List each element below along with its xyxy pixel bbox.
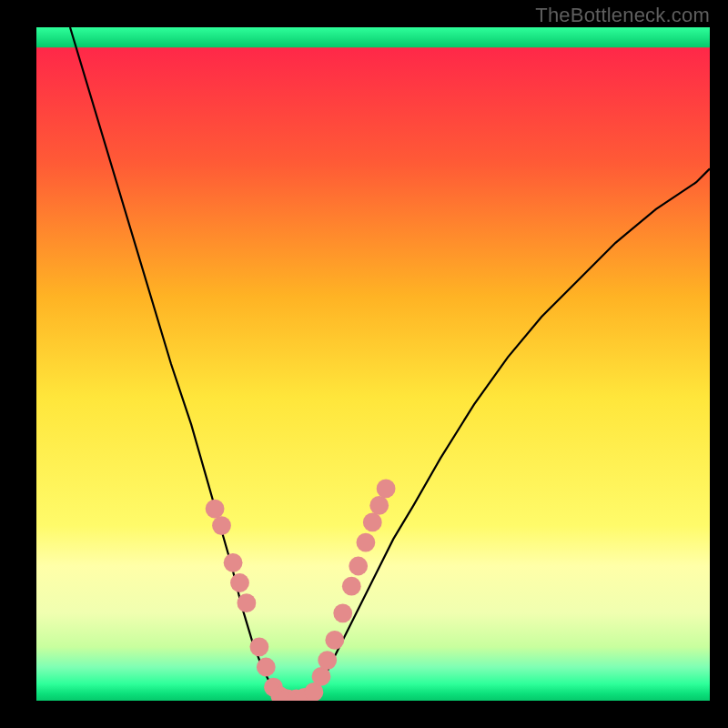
watermark-text: TheBottleneck.com xyxy=(535,4,710,27)
data-marker xyxy=(257,658,276,677)
data-marker xyxy=(238,593,257,612)
plot-area xyxy=(36,27,710,708)
data-marker xyxy=(377,480,396,499)
chart-frame: TheBottleneck.com xyxy=(0,0,728,728)
data-marker xyxy=(250,637,269,656)
data-marker xyxy=(333,603,352,622)
data-marker xyxy=(212,516,231,535)
data-marker xyxy=(230,573,249,592)
data-marker xyxy=(318,651,337,670)
data-marker xyxy=(224,553,243,572)
green-band xyxy=(36,27,710,47)
bottleneck-chart xyxy=(0,0,728,728)
data-marker xyxy=(349,557,368,576)
gradient-background xyxy=(36,27,710,701)
data-marker xyxy=(312,667,331,686)
data-marker xyxy=(325,631,344,650)
data-marker xyxy=(342,577,361,596)
data-marker xyxy=(369,496,389,515)
data-marker xyxy=(363,513,382,532)
data-marker xyxy=(206,500,225,519)
data-marker xyxy=(357,533,376,552)
